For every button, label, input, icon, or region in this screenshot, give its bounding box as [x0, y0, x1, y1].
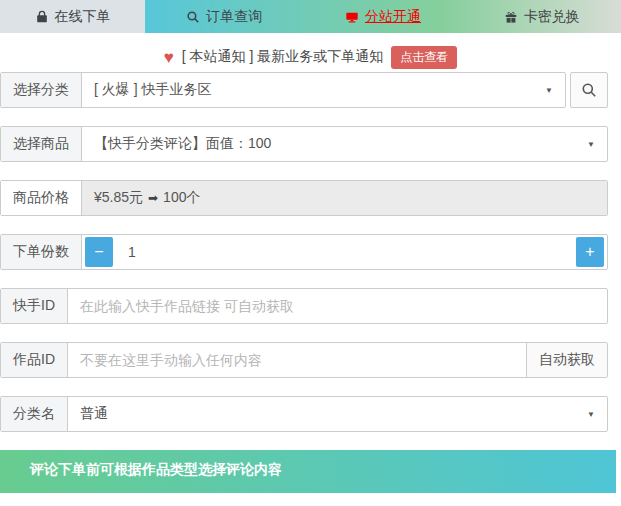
tab-card-redeem[interactable]: 卡密兑换 [462, 0, 621, 33]
product-label: 选择商品 [1, 127, 82, 161]
work-id-label: 作品ID [1, 343, 68, 377]
notice-text: [ 本站通知 ] 最新业务或下单通知 [182, 48, 383, 66]
kuaishou-id-row: 快手ID [0, 288, 608, 324]
work-id-row: 作品ID 自动获取 [0, 342, 608, 378]
tab-label: 订单查询 [206, 8, 262, 26]
product-row: 选择商品 【快手分类评论】面值：100 ▼ [0, 126, 608, 162]
kuaishou-id-input[interactable] [68, 289, 607, 323]
chevron-down-icon: ▼ [587, 410, 607, 419]
category-name-selected-value: 普通 [68, 405, 587, 423]
price-value: ¥5.85元 ➡ 100个 [82, 181, 607, 215]
chevron-down-icon: ▼ [587, 140, 607, 149]
category-name-row: 分类名 普通 ▼ [0, 396, 608, 432]
chevron-down-icon: ▼ [545, 86, 565, 95]
heart-icon: ♥ [164, 49, 174, 66]
category-search-button[interactable] [570, 72, 608, 108]
tab-online-order[interactable]: 在线下单 [0, 0, 145, 33]
comment-hint-bar: 评论下单前可根据作品类型选择评论内容 [0, 450, 616, 493]
tab-label: 卡密兑换 [524, 8, 580, 26]
price-quantity: 100个 [163, 189, 200, 207]
tab-order-query[interactable]: 订单查询 [145, 0, 304, 33]
gift-icon [504, 10, 518, 24]
category-select[interactable]: [ 火爆 ] 快手业务区 ▼ [82, 73, 565, 107]
product-selected-value: 【快手分类评论】面值：100 [82, 135, 587, 153]
comment-hint-text: 评论下单前可根据作品类型选择评论内容 [30, 461, 282, 479]
category-row: 选择分类 [ 火爆 ] 快手业务区 ▼ [0, 72, 608, 108]
auto-fetch-button[interactable]: 自动获取 [526, 343, 607, 377]
work-id-input[interactable] [68, 343, 526, 377]
search-icon [581, 82, 597, 98]
nav-gradient-area: 订单查询 分站开通 卡密兑换 [145, 0, 621, 33]
shopping-bag-icon [35, 10, 49, 24]
minus-button[interactable]: − [85, 237, 113, 267]
tab-substation-open[interactable]: 分站开通 [304, 0, 463, 33]
tab-label: 分站开通 [365, 8, 421, 26]
plus-button[interactable]: + [576, 237, 604, 267]
view-notice-button[interactable]: 点击查看 [391, 46, 457, 69]
search-icon [186, 10, 200, 24]
order-count-row: 下单份数 − + [0, 234, 608, 270]
tab-label: 在线下单 [55, 8, 111, 26]
price-amount: ¥5.85元 [94, 189, 143, 207]
top-nav: 在线下单 订单查询 分站开通 卡密兑换 [0, 0, 621, 33]
price-label: 商品价格 [1, 181, 82, 215]
category-label: 选择分类 [1, 73, 82, 107]
site-notice: ♥ [ 本站通知 ] 最新业务或下单通知 点击查看 [0, 45, 621, 69]
category-selected-value: [ 火爆 ] 快手业务区 [82, 81, 545, 99]
order-count-label: 下单份数 [1, 235, 82, 269]
kuaishou-id-label: 快手ID [1, 289, 68, 323]
price-row: 商品价格 ¥5.85元 ➡ 100个 [0, 180, 608, 216]
category-name-label: 分类名 [1, 397, 68, 431]
monitor-icon [345, 10, 359, 24]
order-form: 选择分类 [ 火爆 ] 快手业务区 ▼ 选择商品 【快手分类评论】面值：100 … [0, 72, 621, 432]
product-select[interactable]: 【快手分类评论】面值：100 ▼ [82, 127, 607, 161]
right-arrow-icon: ➡ [148, 191, 158, 205]
category-name-select[interactable]: 普通 ▼ [68, 397, 607, 431]
order-count-input[interactable] [116, 235, 573, 269]
